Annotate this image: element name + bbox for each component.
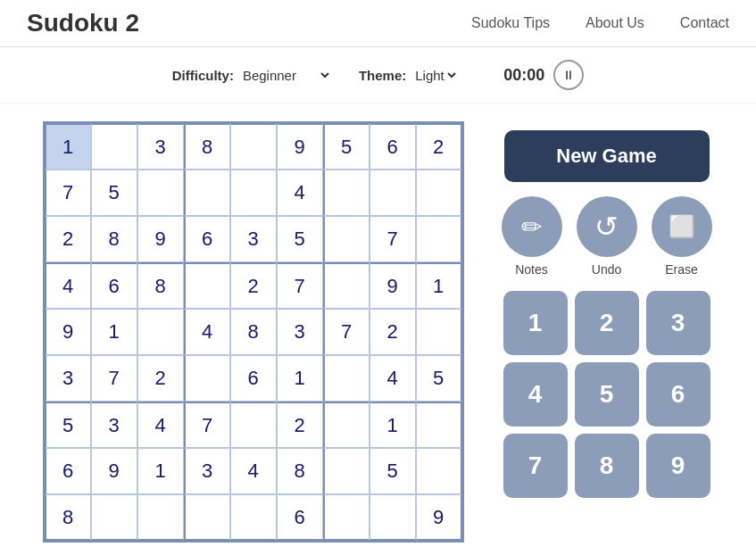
cell[interactable] <box>416 448 462 494</box>
cell[interactable]: 4 <box>230 448 277 494</box>
cell[interactable]: 7 <box>323 309 370 355</box>
cell[interactable]: 5 <box>91 170 137 216</box>
cell[interactable]: 1 <box>370 402 416 448</box>
cell[interactable]: 7 <box>91 355 137 402</box>
cell[interactable]: 3 <box>184 448 230 494</box>
num-btn-8[interactable]: 8 <box>575 434 639 498</box>
cell[interactable] <box>370 170 416 216</box>
cell[interactable]: 2 <box>137 355 184 402</box>
cell[interactable] <box>323 216 370 262</box>
cell[interactable]: 7 <box>277 262 323 309</box>
cell[interactable]: 3 <box>277 309 323 355</box>
cell[interactable]: 5 <box>323 123 370 170</box>
cell[interactable] <box>323 170 370 216</box>
cell[interactable] <box>184 355 230 402</box>
undo-button[interactable]: ↺ <box>577 196 637 257</box>
cell[interactable]: 9 <box>416 494 462 541</box>
cell[interactable]: 9 <box>45 309 91 355</box>
cell[interactable]: 4 <box>277 170 323 216</box>
erase-button[interactable]: ⬜ <box>652 196 712 257</box>
theme-select[interactable]: Light Dark <box>411 67 459 84</box>
num-btn-3[interactable]: 3 <box>646 291 710 355</box>
num-btn-7[interactable]: 7 <box>503 434 568 498</box>
cell[interactable]: 5 <box>416 355 462 402</box>
cell[interactable]: 4 <box>137 402 184 448</box>
cell[interactable]: 8 <box>45 494 91 541</box>
cell[interactable]: 8 <box>184 123 230 170</box>
cell[interactable]: 2 <box>230 262 277 309</box>
cell[interactable]: 2 <box>277 402 323 448</box>
cell[interactable]: 6 <box>45 448 91 494</box>
cell[interactable]: 9 <box>91 448 137 494</box>
new-game-button[interactable]: New Game <box>504 130 710 182</box>
cell[interactable] <box>137 494 184 541</box>
cell[interactable] <box>137 170 184 216</box>
cell[interactable] <box>230 123 277 170</box>
cell[interactable]: 4 <box>370 355 416 402</box>
cell[interactable]: 2 <box>370 309 416 355</box>
cell[interactable]: 6 <box>277 494 323 541</box>
cell[interactable]: 1 <box>91 309 137 355</box>
cell[interactable]: 3 <box>230 216 277 262</box>
cell[interactable] <box>323 262 370 309</box>
num-btn-1[interactable]: 1 <box>503 291 568 355</box>
cell[interactable]: 7 <box>370 216 416 262</box>
cell[interactable]: 2 <box>45 216 91 262</box>
cell[interactable] <box>370 494 416 541</box>
cell[interactable]: 1 <box>416 262 462 309</box>
cell[interactable] <box>184 170 230 216</box>
cell[interactable]: 6 <box>184 216 230 262</box>
cell[interactable] <box>323 494 370 541</box>
cell[interactable] <box>323 448 370 494</box>
notes-button[interactable]: ✏ <box>502 196 562 257</box>
cell[interactable] <box>416 402 462 448</box>
cell[interactable]: 1 <box>137 448 184 494</box>
cell[interactable]: 3 <box>91 402 137 448</box>
cell[interactable] <box>91 494 137 541</box>
cell[interactable] <box>416 216 462 262</box>
cell[interactable] <box>184 494 230 541</box>
cell[interactable]: 5 <box>370 448 416 494</box>
cell[interactable]: 7 <box>184 402 230 448</box>
cell[interactable] <box>91 123 137 170</box>
cell[interactable]: 8 <box>277 448 323 494</box>
cell[interactable]: 8 <box>137 262 184 309</box>
num-btn-9[interactable]: 9 <box>646 434 710 498</box>
cell[interactable]: 9 <box>370 262 416 309</box>
cell[interactable]: 6 <box>91 262 137 309</box>
nav-contact[interactable]: Contact <box>680 15 729 31</box>
cell[interactable] <box>137 309 184 355</box>
difficulty-select[interactable]: Beginner Intermediate Advanced Expert <box>239 67 332 84</box>
cell[interactable]: 9 <box>137 216 184 262</box>
nav-about-us[interactable]: About Us <box>586 15 644 31</box>
cell[interactable]: 9 <box>277 123 323 170</box>
cell[interactable]: 2 <box>416 123 462 170</box>
cell[interactable] <box>230 402 277 448</box>
cell[interactable]: 1 <box>45 123 91 170</box>
cell[interactable]: 1 <box>277 355 323 402</box>
num-btn-6[interactable]: 6 <box>646 362 710 427</box>
cell[interactable] <box>416 170 462 216</box>
cell[interactable]: 3 <box>137 123 184 170</box>
cell[interactable]: 6 <box>370 123 416 170</box>
cell[interactable] <box>230 170 277 216</box>
cell[interactable]: 8 <box>91 216 137 262</box>
cell[interactable] <box>184 262 230 309</box>
num-btn-5[interactable]: 5 <box>575 362 639 427</box>
cell[interactable]: 5 <box>277 216 323 262</box>
cell[interactable]: 4 <box>184 309 230 355</box>
cell[interactable]: 8 <box>230 309 277 355</box>
num-btn-4[interactable]: 4 <box>503 362 568 427</box>
cell[interactable] <box>323 355 370 402</box>
cell[interactable]: 5 <box>45 402 91 448</box>
pause-button[interactable]: ⏸ <box>553 60 584 90</box>
cell[interactable]: 7 <box>45 170 91 216</box>
cell[interactable] <box>230 494 277 541</box>
nav-sudoku-tips[interactable]: Sudoku Tips <box>471 15 550 31</box>
cell[interactable] <box>323 402 370 448</box>
num-btn-2[interactable]: 2 <box>575 291 639 355</box>
cell[interactable]: 4 <box>45 262 91 309</box>
cell[interactable] <box>416 309 462 355</box>
cell[interactable]: 3 <box>45 355 91 402</box>
cell[interactable]: 6 <box>230 355 277 402</box>
